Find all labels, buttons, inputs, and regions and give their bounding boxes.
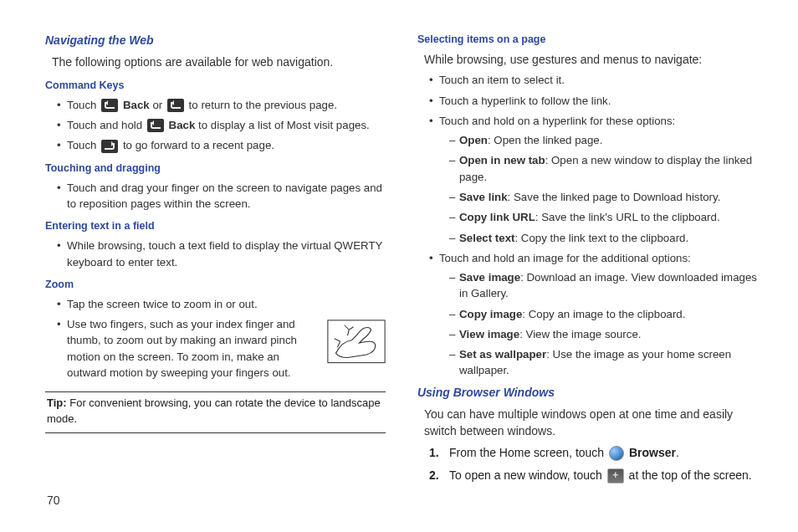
heading-zoom: Zoom	[45, 277, 386, 292]
link-opt-open-new-tab: Open in new tab: Open a new window to di…	[449, 152, 765, 185]
sel-item-1: Touch an item to select it.	[429, 72, 765, 88]
img-opt-copy: Copy image: Copy an image to the clipboa…	[449, 306, 765, 322]
zoom-item-2: Use two fingers, such as your index fing…	[57, 316, 386, 381]
enter-item-1: While browsing, touch a text field to di…	[57, 238, 386, 270]
heading-entering-text: Entering text in a field	[45, 218, 386, 233]
browser-globe-icon	[609, 446, 624, 461]
back-key-icon	[167, 99, 184, 112]
link-opt-select-text: Select text: Copy the link text to the c…	[449, 230, 765, 246]
sel-intro: While browsing, use gestures and menus t…	[424, 51, 765, 68]
back-arrow-icon	[147, 119, 164, 132]
link-opt-open: Open: Open the linked page.	[449, 132, 765, 148]
heading-navigating-web: Navigating the Web	[45, 32, 386, 49]
step-2: 2. To open a new window, touch at the to…	[429, 467, 765, 483]
heading-command-keys: Command Keys	[45, 78, 386, 93]
heading-selecting-items: Selecting items on a page	[417, 32, 765, 47]
link-opt-save-link: Save link: Save the linked page to Downl…	[449, 189, 765, 205]
step-1: 1. From the Home screen, touch Browser.	[429, 444, 765, 461]
cmd-item-2: Touch and hold Back to display a list of…	[57, 117, 386, 133]
sel-item-3: Touch and hold on a hyperlink for these …	[429, 113, 765, 246]
new-window-icon	[607, 468, 624, 483]
zoom-item-1: Tap the screen twice to zoom in or out.	[57, 296, 386, 312]
nav-intro: The following options are available for …	[52, 54, 386, 70]
win-intro: You can have multiple windows open at on…	[424, 406, 765, 440]
sel-item-2: Touch a hyperlink to follow the link.	[429, 93, 765, 109]
heading-browser-windows: Using Browser Windows	[417, 384, 765, 401]
touch-item-1: Touch and drag your finger on the screen…	[57, 180, 386, 212]
link-opt-copy-url: Copy link URL: Save the link's URL to th…	[449, 209, 765, 225]
tip-box: Tip: For convenient browsing, you can ro…	[45, 392, 386, 433]
page-number: 70	[47, 492, 60, 509]
sel-item-4: Touch and hold an image for the addition…	[429, 250, 765, 379]
heading-touching-dragging: Touching and dragging	[45, 161, 386, 176]
img-opt-view: View image: View the image source.	[449, 326, 765, 342]
pinch-gesture-icon	[327, 320, 386, 364]
forward-arrow-icon	[101, 140, 118, 153]
img-opt-wallpaper: Set as wallpaper: Use the image as your …	[449, 346, 765, 379]
tip-text: For convenient browsing, you can rotate …	[47, 396, 381, 425]
tip-label: Tip:	[47, 396, 67, 409]
cmd-item-3: Touch to go forward to a recent page.	[57, 137, 386, 153]
cmd-item-1: Touch Back or to return to the previous …	[57, 97, 386, 113]
img-opt-save: Save image: Download an image. View down…	[449, 269, 765, 302]
back-arrow-icon	[101, 99, 118, 112]
